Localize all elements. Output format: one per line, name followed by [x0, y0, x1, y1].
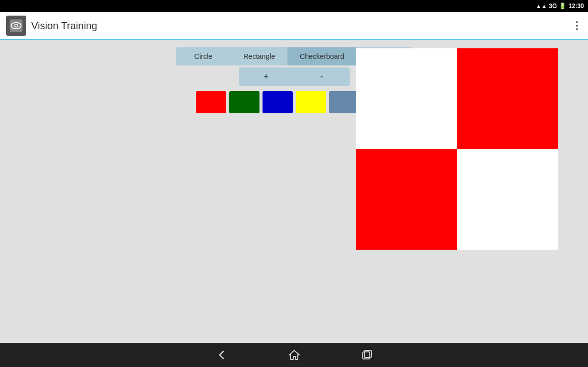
- battery-icon: 🔋: [559, 3, 566, 10]
- tab-row-2: + -: [239, 67, 350, 86]
- swatch-blue[interactable]: [263, 91, 293, 113]
- eye-icon: [9, 19, 23, 33]
- time-display: 12:30: [568, 3, 584, 10]
- tab-rectangle[interactable]: Rectangle: [231, 47, 288, 65]
- svg-marker-4: [289, 350, 299, 359]
- tab-circle[interactable]: Circle: [176, 47, 231, 65]
- app-icon: [6, 16, 26, 36]
- network-icon: ▲▲: [536, 3, 547, 9]
- overflow-dot-3: [576, 28, 578, 30]
- swatch-green[interactable]: [229, 91, 259, 113]
- app-bar-left: Vision Training: [6, 16, 97, 36]
- svg-point-3: [15, 25, 17, 27]
- tab-minus[interactable]: -: [294, 67, 350, 86]
- nav-bar: [0, 343, 588, 367]
- recents-icon: [361, 349, 373, 361]
- overflow-dot-1: [576, 21, 578, 23]
- app-title: Vision Training: [31, 20, 97, 32]
- recents-button[interactable]: [361, 349, 373, 361]
- swatch-yellow[interactable]: [296, 91, 326, 113]
- tab-plus[interactable]: +: [239, 67, 294, 86]
- swatch-red[interactable]: [196, 91, 226, 113]
- overflow-dot-2: [576, 25, 578, 27]
- checkerboard-cell-3: [457, 149, 558, 250]
- checkerboard-cell-2: [356, 149, 457, 250]
- status-bar: ▲▲ 3G 🔋 12:30: [0, 0, 588, 12]
- home-icon: [288, 349, 300, 361]
- swatch-slate[interactable]: [329, 91, 359, 113]
- tab-checkerboard[interactable]: Checkerboard: [288, 47, 357, 65]
- checkerboard-cell-0: [356, 48, 457, 149]
- checkerboard-grid: [356, 48, 558, 250]
- home-button[interactable]: [288, 349, 300, 361]
- back-button[interactable]: [216, 349, 228, 361]
- network-label: 3G: [549, 3, 557, 10]
- overflow-menu-button[interactable]: [572, 17, 582, 34]
- back-icon: [216, 349, 228, 361]
- checkerboard-cell-1: [457, 48, 558, 149]
- canvas-area: [356, 48, 558, 250]
- main-content: Circle Rectangle Checkerboard Lines + -: [0, 40, 588, 343]
- app-bar: Vision Training: [0, 12, 588, 40]
